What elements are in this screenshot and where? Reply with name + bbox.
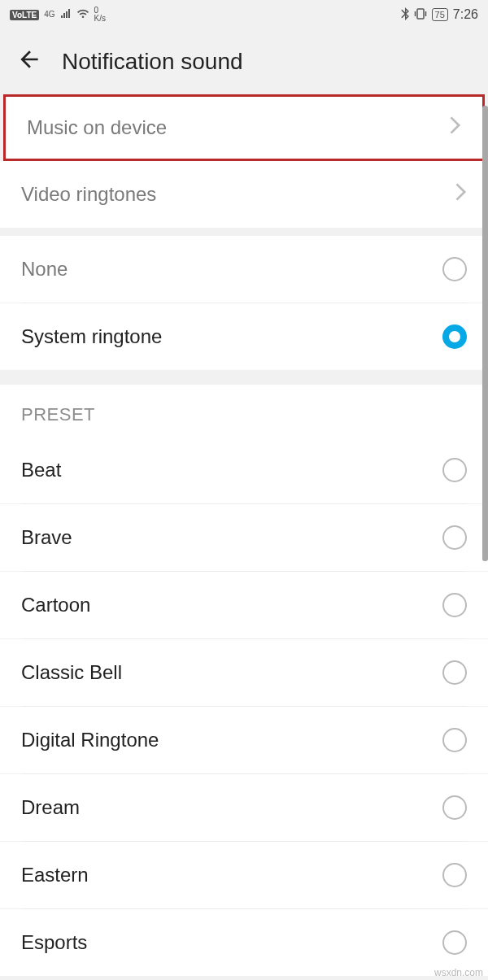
wifi-icon	[76, 8, 89, 21]
clock: 7:26	[453, 7, 478, 22]
row-label: Beat	[21, 459, 61, 481]
section-gap	[0, 370, 488, 385]
row-none[interactable]: None	[0, 236, 488, 303]
row-label: Music on device	[27, 116, 167, 139]
row-label: Cartoon	[21, 594, 90, 616]
row-label: None	[21, 258, 68, 281]
row-video-ringtones[interactable]: Video ringtones	[0, 161, 488, 228]
radio-unchecked-icon[interactable]	[442, 593, 467, 617]
row-label: Classic Bell	[21, 661, 122, 684]
radio-unchecked-icon[interactable]	[442, 728, 467, 752]
preset-section-label: PRESET	[0, 385, 488, 437]
row-label: Brave	[21, 526, 72, 549]
vibrate-icon	[414, 8, 427, 22]
section-gap	[0, 228, 488, 236]
row-system-ringtone[interactable]: System ringtone	[0, 303, 488, 370]
row-preset-cartoon[interactable]: Cartoon	[0, 572, 488, 638]
data-speed-unit: K/s	[94, 15, 106, 23]
row-preset-digital-ringtone[interactable]: Digital Ringtone	[0, 707, 488, 773]
signal-icon	[60, 8, 72, 21]
back-icon[interactable]	[16, 46, 42, 78]
volte-icon: VoLTE	[10, 10, 39, 20]
network-type: 4G	[44, 11, 54, 19]
radio-unchecked-icon[interactable]	[442, 660, 467, 685]
radio-unchecked-icon[interactable]	[442, 525, 467, 550]
chevron-right-icon	[450, 116, 461, 139]
row-label: Video ringtones	[21, 183, 156, 206]
row-label: Digital Ringtone	[21, 729, 159, 751]
radio-unchecked-icon[interactable]	[442, 795, 467, 820]
bluetooth-icon	[401, 7, 409, 23]
row-preset-beat[interactable]: Beat	[0, 437, 488, 503]
status-right: 75 7:26	[401, 7, 478, 23]
row-label: System ringtone	[21, 325, 162, 348]
row-music-on-device[interactable]: Music on device	[3, 94, 485, 161]
header: Notification sound	[0, 29, 488, 94]
page-title: Notification sound	[62, 49, 243, 75]
row-preset-esports[interactable]: Esports	[0, 909, 488, 976]
status-bar: VoLTE 4G 0 K/s 75 7:26	[0, 0, 488, 29]
watermark: wsxdn.com	[434, 967, 483, 978]
radio-unchecked-icon[interactable]	[442, 930, 467, 955]
radio-unchecked-icon[interactable]	[442, 257, 467, 281]
row-label: Eastern	[21, 864, 89, 886]
row-label: Dream	[21, 796, 80, 819]
data-speed: 0 K/s	[94, 7, 106, 23]
row-label: Esports	[21, 931, 87, 954]
battery-icon: 75	[432, 8, 448, 21]
row-preset-eastern[interactable]: Eastern	[0, 842, 488, 908]
radio-unchecked-icon[interactable]	[442, 863, 467, 887]
chevron-right-icon	[455, 183, 467, 206]
radio-unchecked-icon[interactable]	[442, 458, 467, 482]
row-preset-classic-bell[interactable]: Classic Bell	[0, 639, 488, 706]
row-preset-brave[interactable]: Brave	[0, 504, 488, 571]
scrollbar[interactable]	[482, 106, 488, 561]
radio-checked-icon[interactable]	[442, 324, 467, 349]
row-preset-dream[interactable]: Dream	[0, 774, 488, 841]
status-left: VoLTE 4G 0 K/s	[10, 7, 106, 23]
svg-rect-0	[417, 9, 424, 19]
